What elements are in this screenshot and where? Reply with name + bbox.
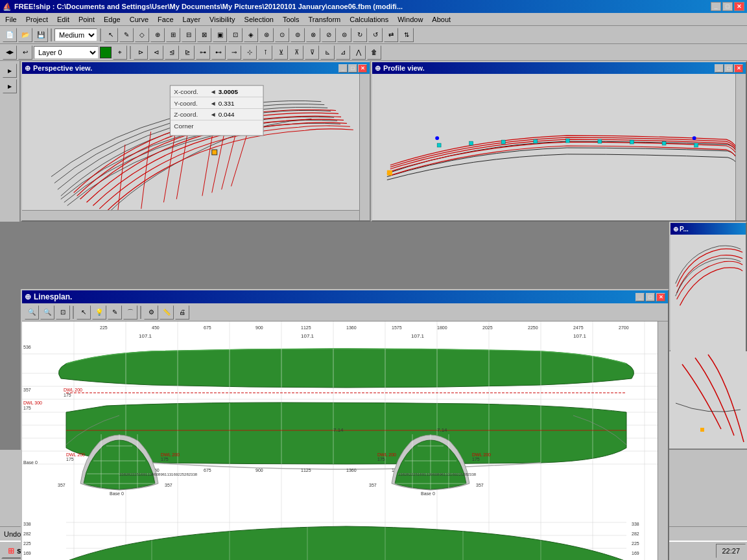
persp-scrollbar-h[interactable] <box>22 210 359 220</box>
tool-17[interactable]: ↻ <box>353 28 367 42</box>
tool-19[interactable]: ⇄ <box>384 28 398 42</box>
tool-8[interactable]: ▣ <box>213 28 227 42</box>
lp-light[interactable]: 💡 <box>92 305 106 320</box>
layer-tool-11[interactable]: ⊹ <box>243 45 257 60</box>
menu-curve[interactable]: Curve <box>126 14 152 25</box>
zoom-select[interactable]: Medium Small Large <box>54 29 97 41</box>
layer-color[interactable] <box>100 47 112 58</box>
lp-pen[interactable]: ✎ <box>108 305 122 320</box>
lp-ruler[interactable]: 📏 <box>160 305 174 320</box>
tool-1[interactable]: ↖ <box>104 28 118 42</box>
perspective-view: ⊕ Perspective view. _ □ ✕ <box>21 61 371 222</box>
layer-tool-6[interactable]: ⊴ <box>165 45 179 60</box>
menu-selection[interactable]: Selection <box>241 14 278 25</box>
profile-maximize[interactable]: □ <box>724 64 733 73</box>
profile-scrollbar-v[interactable] <box>735 74 746 220</box>
layer-tool-13[interactable]: ⊻ <box>274 45 288 60</box>
tool-15[interactable]: ⊘ <box>322 28 336 42</box>
tool-16[interactable]: ⊜ <box>337 28 351 42</box>
menu-window[interactable]: Window <box>394 14 427 25</box>
new-button[interactable]: 📄 <box>3 28 17 42</box>
tool-9[interactable]: ⊡ <box>228 28 243 42</box>
lp-zoom-fit[interactable]: ⊡ <box>56 305 70 320</box>
persp-scrollbar-v[interactable] <box>359 74 370 220</box>
lp-print[interactable]: 🖨 <box>175 305 189 320</box>
tool-7[interactable]: ⊠ <box>197 28 211 42</box>
close-button[interactable]: ✕ <box>734 2 744 11</box>
maximize-button[interactable]: □ <box>722 2 733 11</box>
tool-5[interactable]: ⊞ <box>166 28 180 42</box>
lp-settings[interactable]: ⚙ <box>144 305 158 320</box>
save-button[interactable]: 💾 <box>34 28 48 42</box>
tool-14[interactable]: ⊗ <box>306 28 320 42</box>
profile-canvas[interactable] <box>372 74 746 220</box>
layer-tool-18[interactable]: ⋀ <box>351 45 366 60</box>
menu-point[interactable]: Point <box>75 14 99 25</box>
layer-tool-8[interactable]: ⊶ <box>196 45 210 60</box>
lp-select[interactable]: ↖ <box>77 305 91 320</box>
menu-face[interactable]: Face <box>154 14 177 25</box>
profile-minimize[interactable]: _ <box>715 64 724 73</box>
lp-zoom-in[interactable]: 🔍 <box>25 305 39 320</box>
bottom-right-panel <box>669 351 747 449</box>
menu-calculations[interactable]: Calculations <box>346 14 392 25</box>
menu-file[interactable]: File <box>1 14 21 25</box>
layer-tool-12[interactable]: ⊺ <box>258 45 272 60</box>
svg-text:Base 0: Base 0 <box>23 460 38 465</box>
menu-about[interactable]: About <box>428 14 455 25</box>
layer-tool-5[interactable]: ⊲ <box>149 45 163 60</box>
perspective-canvas[interactable]: X-coord. ◄ 3.0005 Y-coord. ◄ 0.331 Z-coo… <box>22 74 370 220</box>
svg-text:900: 900 <box>255 325 263 330</box>
nav-btn-2[interactable]: ▶ <box>3 79 17 93</box>
perspective-icon: ⊕ <box>25 64 30 73</box>
layer-tool-3[interactable]: ⌖ <box>113 45 127 60</box>
menu-project[interactable]: Project <box>22 14 52 25</box>
layer-tool-9[interactable]: ⊷ <box>211 45 226 60</box>
open-button[interactable]: 📂 <box>18 28 32 42</box>
menu-transform[interactable]: Transform <box>305 14 345 25</box>
layer-tool-14[interactable]: ⊼ <box>289 45 303 60</box>
tool-11[interactable]: ⊛ <box>259 28 274 42</box>
menu-visibility[interactable]: Visibility <box>206 14 239 25</box>
layer-tool-15[interactable]: ⊽ <box>305 45 319 60</box>
tool-3[interactable]: ◇ <box>135 28 149 42</box>
tool-18[interactable]: ↺ <box>368 28 383 42</box>
linesplan-maximize[interactable]: □ <box>646 293 655 301</box>
tool-10[interactable]: ◈ <box>244 28 258 42</box>
menu-layer[interactable]: Layer <box>179 14 205 25</box>
persp-maximize[interactable]: □ <box>348 64 357 73</box>
tool-20[interactable]: ⇅ <box>399 28 414 42</box>
tool-4[interactable]: ⊕ <box>150 28 165 42</box>
lp-zoom-out[interactable]: 🔍 <box>40 305 54 320</box>
layer-tool-17[interactable]: ⊿ <box>336 45 350 60</box>
layer-select[interactable]: Layer 0 <box>34 46 99 59</box>
layer-tool-10[interactable]: ⊸ <box>227 45 241 60</box>
menu-edge[interactable]: Edge <box>100 14 124 25</box>
layer-tool-2[interactable]: ↩ <box>18 45 32 60</box>
profile-close[interactable]: ✕ <box>734 64 743 73</box>
lp-curve[interactable]: ⌒ <box>123 305 137 320</box>
small-vp-canvas[interactable] <box>670 235 746 353</box>
layer-tool-4[interactable]: ⊳ <box>134 45 148 60</box>
persp-close[interactable]: ✕ <box>358 64 367 73</box>
minimize-button[interactable]: _ <box>711 2 721 11</box>
tool-2[interactable]: ✎ <box>119 28 134 42</box>
tool-6[interactable]: ⊟ <box>182 28 196 42</box>
layer-tool-7[interactable]: ⊵ <box>180 45 195 60</box>
tool-12[interactable]: ⊙ <box>275 28 289 42</box>
layer-tool-1[interactable]: ◀▶ <box>3 45 17 60</box>
linesplan-close[interactable]: ✕ <box>656 293 665 301</box>
menu-tools[interactable]: Tools <box>279 14 303 25</box>
persp-minimize[interactable]: _ <box>338 64 348 73</box>
linesplan-canvas[interactable]: DWL 200 175 <box>22 321 668 560</box>
perspective-title-bar: ⊕ Perspective view. _ □ ✕ <box>22 62 370 74</box>
menu-edit[interactable]: Edit <box>53 14 73 25</box>
layer-tool-16[interactable]: ⊾ <box>320 45 335 60</box>
linesplan-scrollbar-v[interactable] <box>658 321 668 560</box>
layer-tool-19[interactable]: 🗑 <box>367 45 381 60</box>
tool-13[interactable]: ⊚ <box>290 28 305 42</box>
separator-1 <box>51 29 52 41</box>
linesplan-icon: ⊕ <box>25 292 31 301</box>
linesplan-minimize[interactable]: _ <box>635 293 645 301</box>
nav-btn-1[interactable]: ▶ <box>3 64 17 78</box>
